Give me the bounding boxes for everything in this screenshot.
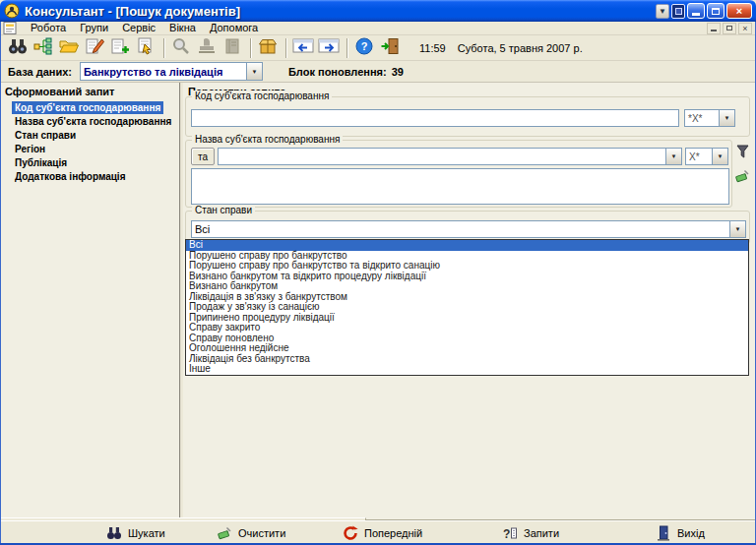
- state-option[interactable]: Визнано банкрутом: [186, 281, 748, 292]
- titlebar-dropdown-button[interactable]: ▼: [656, 4, 669, 19]
- child-minimize-button[interactable]: [707, 23, 721, 34]
- clear-selection-icon[interactable]: [733, 167, 750, 184]
- database-bar: База даних: Банкрутство та ліквідація ▼ …: [0, 61, 756, 83]
- door-exit-icon: [380, 37, 400, 59]
- query-item-region[interactable]: Регіон: [12, 143, 48, 155]
- filter-icon[interactable]: [734, 144, 751, 160]
- tree-view-button[interactable]: [32, 37, 55, 59]
- child-close-button[interactable]: ×: [738, 23, 752, 34]
- state-option[interactable]: Порушено справу про банкрутство та відкр…: [186, 261, 748, 272]
- exit-button-bottom[interactable]: Вихід: [656, 524, 705, 542]
- child-window-icon[interactable]: [3, 22, 21, 34]
- exit-button[interactable]: [378, 37, 402, 59]
- name-mask-combobox[interactable]: X* ▼: [685, 148, 728, 165]
- main-area: Сформований запит Код суб'єкта господарю…: [0, 83, 756, 519]
- update-block-value: 39: [392, 66, 404, 78]
- menu-servis[interactable]: Сервіс: [115, 22, 162, 34]
- toolbar-separator: [285, 38, 287, 58]
- hand-document-icon: [136, 37, 156, 59]
- database-label: База даних:: [8, 66, 72, 78]
- code-input[interactable]: [191, 109, 679, 127]
- child-restore-button[interactable]: [723, 23, 736, 34]
- query-item-name[interactable]: Назва суб'єкта господарювання: [12, 115, 174, 128]
- and-operator-button[interactable]: та: [191, 148, 215, 165]
- state-option[interactable]: Всі: [186, 240, 748, 251]
- help-icon: ?: [354, 37, 374, 59]
- menu-dopomoga[interactable]: Допомога: [203, 22, 265, 34]
- name-listbox[interactable]: [191, 168, 729, 205]
- state-group-label: Стан справи: [192, 205, 255, 215]
- clear-button[interactable]: Очистити: [217, 524, 285, 542]
- clock: 11:59: [419, 42, 446, 54]
- previous-button-label: Попередній: [364, 527, 422, 539]
- query-item-code[interactable]: Код суб'єкта господарювання: [12, 101, 163, 114]
- restore-icon: [712, 8, 720, 15]
- chevron-down-icon[interactable]: ▼: [665, 149, 681, 164]
- minimize-button[interactable]: [687, 3, 705, 19]
- package-button[interactable]: [256, 37, 280, 59]
- package-icon: [258, 37, 278, 59]
- code-mask-combobox[interactable]: *X* ▼: [684, 109, 735, 127]
- state-option[interactable]: Ліквідація без банкрутства: [186, 354, 748, 365]
- search-documents-button[interactable]: [6, 37, 30, 59]
- window-arrow-left-icon: [292, 37, 314, 59]
- query-item-state[interactable]: Стан справи: [12, 129, 79, 142]
- state-option[interactable]: Оголошення недійсне: [186, 343, 748, 354]
- select-document-button[interactable]: [134, 37, 158, 59]
- eraser-icon: [217, 525, 232, 541]
- menu-grupy[interactable]: Групи: [73, 22, 115, 34]
- queries-button[interactable]: ? Запити: [502, 524, 559, 542]
- state-dropdown-list: Всі Порушено справу про банкрутство Пору…: [185, 239, 749, 376]
- edit-document-button[interactable]: [83, 37, 106, 59]
- stamp-button: [195, 37, 219, 59]
- chevron-down-icon[interactable]: ▼: [246, 63, 262, 80]
- window-controls: ▼ ×: [654, 3, 752, 19]
- help-button[interactable]: ?: [352, 37, 376, 59]
- door-icon: [656, 525, 671, 541]
- previous-button[interactable]: Попередній: [343, 524, 422, 542]
- search-button-label: Шукати: [128, 527, 165, 539]
- book-button: [220, 37, 244, 59]
- menu-vikna[interactable]: Вікна: [162, 22, 203, 34]
- svg-text:?: ?: [361, 40, 368, 52]
- previous-window-button[interactable]: [291, 37, 315, 59]
- query-panel: Сформований запит Код суб'єкта господарю…: [0, 83, 181, 519]
- state-combobox[interactable]: Всі ▼: [191, 220, 746, 238]
- name-combobox[interactable]: ▼: [218, 148, 682, 165]
- chevron-down-icon[interactable]: ▼: [729, 221, 745, 237]
- child-window-controls: ×: [705, 23, 752, 34]
- code-group: Код суб'єкта господарювання *X* ▼: [185, 96, 750, 137]
- state-option[interactable]: Інше: [186, 364, 748, 375]
- query-item-publication[interactable]: Публікація: [12, 156, 70, 169]
- search-button[interactable]: Шукати: [106, 524, 165, 542]
- state-option[interactable]: Справу закрито: [186, 323, 748, 333]
- database-combobox[interactable]: Банкрутство та ліквідація ▼: [80, 62, 263, 81]
- app-window: Консультант - [Пошук документів] ▼ × Роб…: [0, 0, 756, 545]
- add-document-button[interactable]: [108, 37, 132, 59]
- restore-button[interactable]: [707, 3, 724, 19]
- state-option[interactable]: Припинено процедуру ліквідації: [186, 313, 748, 324]
- titlebar-window-button[interactable]: [671, 4, 685, 19]
- open-folder-button[interactable]: [57, 37, 81, 59]
- binoculars-icon: [8, 37, 28, 59]
- stamp-icon: [197, 37, 217, 59]
- state-option[interactable]: Продаж у зв'язку із санацією: [186, 302, 748, 313]
- book-icon: [222, 37, 242, 59]
- statusbar-divider: [0, 517, 366, 520]
- menu-robota[interactable]: Робота: [24, 22, 73, 34]
- window-arrow-right-icon: [318, 37, 340, 59]
- menu-bar: Робота Групи Сервіс Вікна Допомога ×: [0, 22, 756, 35]
- magnifier-icon: [171, 37, 191, 59]
- query-item-extra-info[interactable]: Додаткова інформація: [12, 170, 128, 183]
- svg-text:?: ?: [503, 527, 510, 541]
- tree-icon: [33, 37, 53, 59]
- state-combobox-value: Всі: [192, 223, 729, 235]
- app-icon[interactable]: [4, 3, 21, 20]
- date: Субота, 5 травня 2007 р.: [458, 42, 583, 54]
- bottom-bar: Шукати Очистити Попередній ? Запити Вихі…: [0, 519, 756, 545]
- minimize-icon: [692, 13, 700, 16]
- next-window-button[interactable]: [317, 37, 341, 59]
- chevron-down-icon[interactable]: ▼: [719, 110, 734, 126]
- close-button[interactable]: ×: [726, 3, 752, 19]
- chevron-down-icon[interactable]: ▼: [712, 149, 727, 164]
